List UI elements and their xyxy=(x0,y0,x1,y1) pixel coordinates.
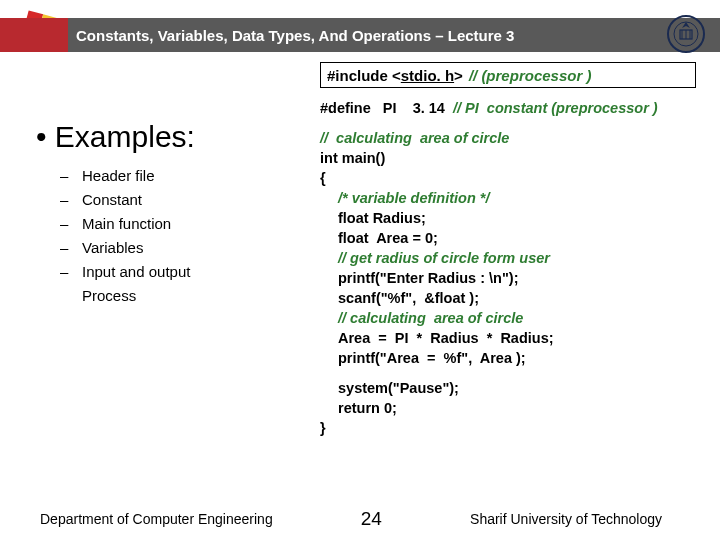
include-text-2: > xyxy=(454,67,463,84)
code-line: float Area = 0; xyxy=(320,228,712,248)
header-title-bar: Constants, Variables, Data Types, And Op… xyxy=(68,18,720,52)
code-line: #define PI 3. 14 // PI constant (preproc… xyxy=(320,98,712,118)
code-block: #define PI 3. 14 // PI constant (preproc… xyxy=(320,98,712,438)
code-line: float Radius; xyxy=(320,208,712,228)
list-item: Main function xyxy=(82,212,306,236)
header-accent xyxy=(0,18,68,52)
list-item: Input and output xyxy=(82,260,306,284)
code-line: // get radius of circle form user xyxy=(320,248,712,268)
footer-page-number: 24 xyxy=(361,508,382,530)
header-bar: Constants, Variables, Data Types, And Op… xyxy=(0,18,720,52)
code-line: printf("Area = %f", Area ); xyxy=(320,348,712,368)
include-text-1: #include < xyxy=(327,67,401,84)
code-line: Area = PI * Radius * Radius; xyxy=(320,328,712,348)
footer-department: Department of Computer Engineering xyxy=(40,511,273,527)
code-line: return 0; xyxy=(320,398,712,418)
include-text-underlined: stdio. h xyxy=(401,67,454,84)
footer-university: Sharif University of Technology xyxy=(382,511,696,527)
header-title: Constants, Variables, Data Types, And Op… xyxy=(76,27,514,44)
examples-section: Examples: Header file Constant Main func… xyxy=(36,120,306,308)
list-item: Header file xyxy=(82,164,306,188)
list-item: Constant xyxy=(82,188,306,212)
include-directive-box: #include <stdio. h> // (preprocessor ) xyxy=(320,62,696,88)
code-line: { xyxy=(320,168,712,188)
code-line: system("Pause"); xyxy=(320,378,712,398)
list-item: Process xyxy=(82,284,306,308)
code-line: // calculating area of circle xyxy=(320,128,712,148)
code-line: printf("Enter Radius : \n"); xyxy=(320,268,712,288)
code-line: int main() xyxy=(320,148,712,168)
logo-university xyxy=(666,14,706,54)
list-item: Variables xyxy=(82,236,306,260)
code-line: // calculating area of circle xyxy=(320,308,712,328)
code-line: /* variable definition */ xyxy=(320,188,712,208)
include-comment: // (preprocessor ) xyxy=(469,67,592,84)
code-line: } xyxy=(320,418,712,438)
footer: Department of Computer Engineering 24 Sh… xyxy=(0,508,720,530)
code-line: scanf("%f", &float ); xyxy=(320,288,712,308)
examples-list: Header file Constant Main function Varia… xyxy=(36,164,306,308)
examples-heading: Examples: xyxy=(36,120,306,154)
